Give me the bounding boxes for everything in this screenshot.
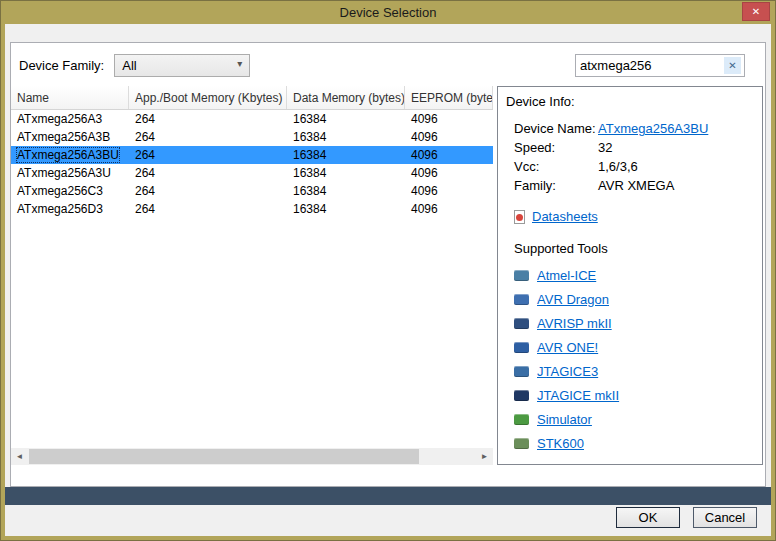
- device-table: NameApp./Boot Memory (Kbytes)Data Memory…: [11, 86, 493, 465]
- clear-icon: ✕: [728, 60, 736, 71]
- tool-link[interactable]: AVR Dragon: [537, 292, 609, 307]
- field-label: Device Name:: [514, 121, 598, 136]
- device-name-cell: ATxmega256A3B: [11, 128, 129, 146]
- table-row[interactable]: ATxmega256D3264163844096: [11, 200, 493, 218]
- device-info-field: Vcc:1,6/3,6: [506, 157, 754, 176]
- tool-link[interactable]: Atmel-ICE: [537, 268, 596, 283]
- supported-tools-title: Supported Tools: [506, 241, 754, 256]
- field-label: Vcc:: [514, 159, 598, 174]
- table-cell: 264: [129, 182, 287, 200]
- table-cell: 16384: [287, 164, 405, 182]
- column-header-3[interactable]: EEPROM (bytes): [405, 86, 493, 109]
- table-row[interactable]: ATxmega256A3B264163844096: [11, 128, 493, 146]
- device-name-cell: ATxmega256A3BU: [11, 146, 129, 164]
- tool-item: AVR ONE!: [506, 335, 754, 359]
- horizontal-scrollbar[interactable]: ◄ ►: [11, 448, 493, 465]
- table-cell: 264: [129, 164, 287, 182]
- footer: OK Cancel: [5, 505, 771, 536]
- table-header-row: NameApp./Boot Memory (Kbytes)Data Memory…: [11, 86, 493, 110]
- table-cell: 16384: [287, 182, 405, 200]
- tool-item: Simulator: [506, 407, 754, 431]
- tool-link[interactable]: AVRISP mkII: [537, 316, 612, 331]
- table-cell: 16384: [287, 146, 405, 164]
- table-cell: 4096: [405, 146, 493, 164]
- datasheets-row: Datasheets: [506, 209, 754, 224]
- table-cell: 4096: [405, 164, 493, 182]
- search-input[interactable]: [580, 58, 724, 73]
- scrollbar-thumb[interactable]: [29, 449, 419, 464]
- table-cell: 4096: [405, 182, 493, 200]
- table-row[interactable]: ATxmega256A3U264163844096: [11, 164, 493, 182]
- column-header-0[interactable]: Name: [11, 86, 129, 109]
- table-cell: 4096: [405, 110, 493, 128]
- avr-one-icon: [514, 342, 529, 353]
- table-row[interactable]: ATxmega256C3264163844096: [11, 182, 493, 200]
- tool-item: JTAGICE mkII: [506, 383, 754, 407]
- jtagice-mkii-icon: [514, 390, 529, 401]
- table-cell: 264: [129, 110, 287, 128]
- tool-link[interactable]: AVR ONE!: [537, 340, 598, 355]
- column-header-2[interactable]: Data Memory (bytes): [287, 86, 405, 109]
- jtagice3-icon: [514, 366, 529, 377]
- tool-item: JTAGICE3: [506, 359, 754, 383]
- tool-link[interactable]: STK600: [537, 436, 584, 451]
- device-name-cell: ATxmega256C3: [11, 182, 129, 200]
- titlebar[interactable]: Device Selection ✕: [1, 1, 775, 24]
- device-name-cell: ATxmega256A3: [11, 110, 129, 128]
- field-value[interactable]: ATxmega256A3BU: [598, 121, 708, 136]
- table-cell: 4096: [405, 128, 493, 146]
- dialog-body: Device Family: All ▾ ✕ NameApp./Boot Mem…: [5, 24, 771, 536]
- table-cell: 16384: [287, 200, 405, 218]
- atmel-ice-icon: [514, 270, 529, 281]
- scroll-left-icon[interactable]: ◄: [11, 448, 28, 465]
- avr-dragon-icon: [514, 294, 529, 305]
- table-cell: 16384: [287, 110, 405, 128]
- field-value: 32: [598, 140, 612, 155]
- device-info-panel: Device Info: Device Name:ATxmega256A3BUS…: [497, 86, 763, 465]
- datasheets-link[interactable]: Datasheets: [532, 209, 598, 224]
- device-info-field: Device Name:ATxmega256A3BU: [506, 119, 754, 138]
- device-family-dropdown[interactable]: All ▾: [114, 54, 250, 77]
- ok-button[interactable]: OK: [616, 507, 680, 528]
- field-value: AVR XMEGA: [598, 178, 674, 193]
- device-name-cell: ATxmega256D3: [11, 200, 129, 218]
- field-value: 1,6/3,6: [598, 159, 638, 174]
- close-icon: ✕: [752, 6, 760, 17]
- simulator-icon: [514, 414, 529, 425]
- tool-item: Atmel-ICE: [506, 263, 754, 287]
- tool-item: AVR Dragon: [506, 287, 754, 311]
- table-empty-area: [11, 218, 493, 448]
- device-info-fields: Device Name:ATxmega256A3BUSpeed:32Vcc:1,…: [506, 119, 754, 195]
- table-row[interactable]: ATxmega256A3264163844096: [11, 110, 493, 128]
- device-selection-dialog: Device Selection ✕ Device Family: All ▾ …: [0, 0, 776, 541]
- field-label: Family:: [514, 178, 598, 193]
- search-clear-button[interactable]: ✕: [724, 57, 741, 74]
- content-panel: Device Family: All ▾ ✕ NameApp./Boot Mem…: [10, 42, 766, 487]
- focused-cell-text: ATxmega256A3BU: [17, 148, 119, 162]
- main-region: NameApp./Boot Memory (Kbytes)Data Memory…: [11, 86, 765, 486]
- avrisp-mkii-icon: [514, 318, 529, 329]
- dialog-title: Device Selection: [340, 5, 437, 20]
- table-body: ATxmega256A3264163844096ATxmega256A3B264…: [11, 110, 493, 218]
- tool-link[interactable]: Simulator: [537, 412, 592, 427]
- table-cell: 16384: [287, 128, 405, 146]
- cancel-button[interactable]: Cancel: [693, 507, 757, 528]
- table-cell: 4096: [405, 200, 493, 218]
- scroll-right-icon[interactable]: ►: [476, 448, 493, 465]
- supported-tools-list: Atmel-ICEAVR DragonAVRISP mkIIAVR ONE!JT…: [506, 263, 754, 455]
- tool-link[interactable]: JTAGICE mkII: [537, 388, 619, 403]
- tool-item: AVRISP mkII: [506, 311, 754, 335]
- table-cell: 264: [129, 146, 287, 164]
- stk600-icon: [514, 438, 529, 449]
- close-button[interactable]: ✕: [742, 2, 770, 21]
- field-label: Speed:: [514, 140, 598, 155]
- pdf-icon: [514, 210, 525, 224]
- device-info-title: Device Info:: [506, 94, 754, 109]
- column-header-1[interactable]: App./Boot Memory (Kbytes): [129, 86, 287, 109]
- table-row[interactable]: ATxmega256A3BU264163844096: [11, 146, 493, 164]
- tool-link[interactable]: JTAGICE3: [537, 364, 598, 379]
- device-family-selected-value: All: [122, 58, 136, 73]
- tool-item: STK600: [506, 431, 754, 455]
- search-box: ✕: [575, 54, 745, 77]
- device-info-field: Speed:32: [506, 138, 754, 157]
